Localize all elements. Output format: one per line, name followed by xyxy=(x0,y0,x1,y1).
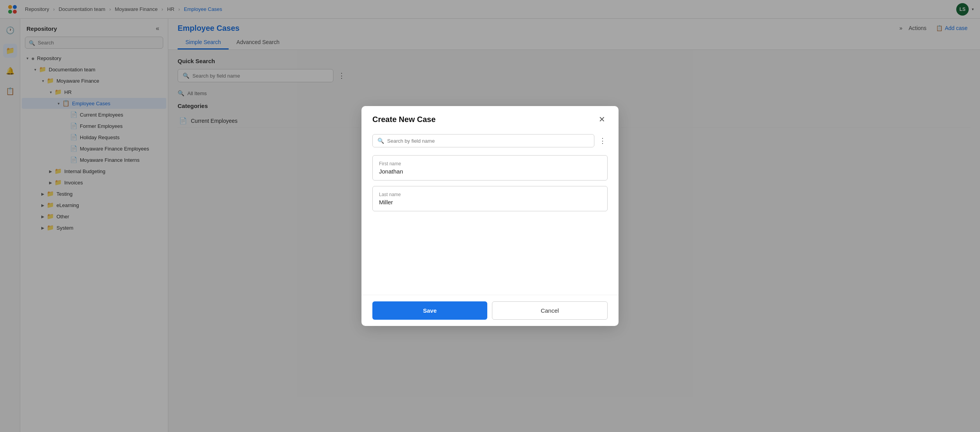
last-name-label: Last name xyxy=(379,192,601,197)
modal-filter-dots-button[interactable]: ⋮ xyxy=(598,135,608,147)
modal-search-icon: 🔍 xyxy=(377,138,384,144)
modal-footer: Save Cancel xyxy=(361,295,619,326)
modal-search-row: 🔍 ⋮ xyxy=(372,134,608,147)
modal-title: Create New Case xyxy=(372,115,435,124)
modal-save-button[interactable]: Save xyxy=(372,301,487,320)
first-name-label: First name xyxy=(379,161,601,166)
first-name-value: Jonathan xyxy=(379,168,601,175)
last-name-value: Miller xyxy=(379,199,601,205)
modal-close-button[interactable]: ✕ xyxy=(596,115,608,124)
last-name-field[interactable]: Last name Miller xyxy=(372,186,608,211)
modal-body: 🔍 ⋮ First name Jonathan Last name Miller xyxy=(361,130,619,295)
modal-overlay: Create New Case ✕ 🔍 ⋮ First name Jonatha… xyxy=(0,0,980,432)
modal-cancel-button[interactable]: Cancel xyxy=(492,301,608,320)
modal-header: Create New Case ✕ xyxy=(361,106,619,130)
modal-search-box: 🔍 xyxy=(372,134,594,147)
modal-spacer xyxy=(372,217,608,287)
create-new-case-modal: Create New Case ✕ 🔍 ⋮ First name Jonatha… xyxy=(361,106,619,326)
first-name-field[interactable]: First name Jonathan xyxy=(372,155,608,181)
modal-search-input[interactable] xyxy=(387,138,589,144)
